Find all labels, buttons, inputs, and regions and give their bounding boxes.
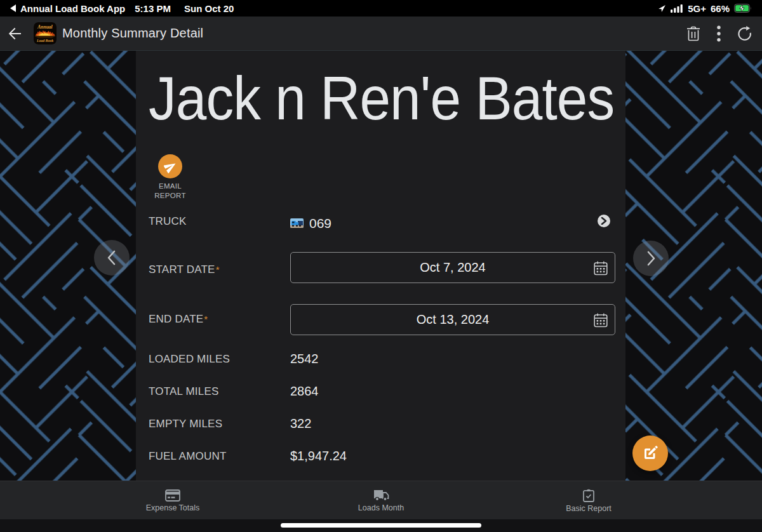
previous-summary-button[interactable] — [94, 240, 130, 276]
empty-miles-value: 322 — [290, 416, 311, 431]
truck-label: TRUCK — [149, 215, 187, 228]
status-time: 5:13 PM — [135, 3, 171, 14]
nav-expense-totals[interactable]: Expense Totals — [103, 481, 243, 520]
refresh-button[interactable] — [732, 17, 757, 51]
email-report-button[interactable] — [158, 154, 182, 178]
main-stage: Jack n Ren'e Bates EMAILREPORT TRUCK 069 — [0, 51, 762, 481]
loaded-miles-label: LOADED MILES — [149, 353, 230, 366]
calendar-icon — [594, 313, 608, 330]
network-type: 5G+ — [688, 3, 706, 14]
app-bar: Annual Load Book Monthly Summary Detail — [0, 17, 762, 51]
empty-miles-label: EMPTY MILES — [149, 418, 222, 430]
edit-fab[interactable] — [632, 436, 668, 471]
nav-loads-month[interactable]: Loads Month — [311, 481, 451, 520]
status-date: Sun Oct 20 — [184, 3, 234, 14]
nav-label: Expense Totals — [146, 503, 200, 512]
clipboard-check-icon — [583, 489, 594, 502]
fuel-amount-value: $1,947.24 — [290, 449, 347, 463]
back-to-app-icon[interactable] — [10, 4, 17, 12]
back-to-app-label[interactable]: Annual Load Book App — [20, 3, 125, 14]
truck-photo — [290, 218, 304, 228]
calendar-icon — [594, 261, 608, 278]
loaded-miles-value: 2542 — [290, 352, 319, 366]
end-date-label: END DATE* — [149, 313, 208, 326]
location-icon — [658, 4, 666, 13]
home-indicator[interactable] — [281, 523, 481, 528]
start-date-input[interactable]: Oct 7, 2024 — [290, 252, 615, 283]
email-report-label: EMAILREPORT — [130, 182, 211, 201]
battery-percent: 66% — [711, 3, 730, 14]
screen: Annual Load Book App 5:13 PM Sun Oct 20 … — [0, 0, 762, 532]
signal-icon — [671, 4, 683, 13]
total-miles-label: TOTAL MILES — [149, 385, 219, 398]
home-indicator-area — [0, 519, 762, 532]
svg-text:Annual: Annual — [37, 24, 53, 30]
bottom-navigation: Expense Totals Loads Month Basic Report — [0, 481, 762, 519]
customer-name: Jack n Ren'e Bates — [149, 63, 572, 134]
truck-select-chevron[interactable] — [598, 215, 610, 227]
delete-button[interactable] — [681, 17, 706, 51]
truck-value: 069 — [309, 216, 331, 231]
total-miles-value: 2864 — [290, 384, 319, 399]
svg-text:Load Book: Load Book — [36, 39, 53, 43]
battery-icon — [734, 4, 752, 13]
next-summary-button[interactable] — [633, 241, 669, 276]
nav-basic-report[interactable]: Basic Report — [519, 481, 658, 520]
start-date-label: START DATE* — [149, 263, 220, 276]
app-logo: Annual Load Book — [34, 22, 57, 44]
nav-label: Loads Month — [358, 503, 404, 512]
edit-icon — [642, 445, 658, 462]
status-bar: Annual Load Book App 5:13 PM Sun Oct 20 … — [0, 0, 762, 17]
page-title-bar: Monthly Summary Detail — [62, 26, 203, 41]
credit-card-icon — [165, 489, 180, 502]
truck-icon — [373, 489, 389, 502]
fuel-amount-label: FUEL AMOUNT — [149, 450, 226, 463]
paper-plane-icon — [164, 160, 177, 173]
back-button[interactable] — [1, 17, 29, 51]
overflow-menu-button[interactable] — [706, 17, 732, 51]
end-date-input[interactable]: Oct 13, 2024 — [290, 304, 615, 335]
nav-label: Basic Report — [566, 504, 612, 513]
